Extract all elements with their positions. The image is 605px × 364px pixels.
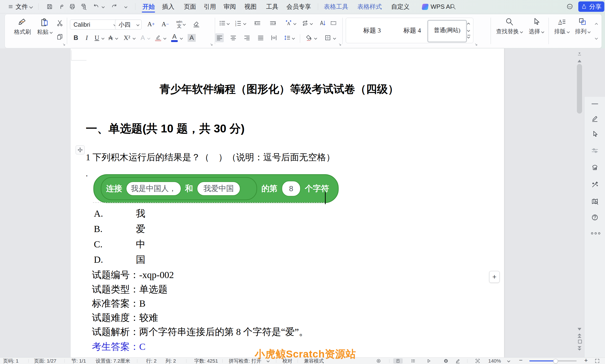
document-title[interactable]: 青少年软件编程（图形化）等级考试试卷（四级）	[160, 82, 399, 97]
export-pdf-icon[interactable]	[58, 3, 65, 10]
superscript-chevron-icon[interactable]	[133, 37, 136, 40]
text-effects-chevron-icon[interactable]	[147, 37, 150, 40]
undo-chevron-icon[interactable]	[102, 5, 105, 8]
status-page-number[interactable]: 页码: 1	[3, 358, 18, 364]
superscript-button[interactable]: X²	[122, 33, 132, 42]
shading-button[interactable]	[305, 33, 313, 42]
tab-wps-ai[interactable]: WPS AI	[431, 0, 452, 13]
numbered-list-button[interactable]	[234, 19, 242, 28]
hamburger-menu-icon[interactable]	[8, 3, 14, 10]
meta-line[interactable]: 试题类型：单选题	[92, 283, 167, 296]
status-column[interactable]: 列: 2	[165, 358, 176, 364]
navigation-map-icon[interactable]	[591, 198, 599, 205]
font-name-combo[interactable]: Calibri	[70, 20, 119, 29]
underline-chevron-icon[interactable]	[101, 37, 104, 40]
wrap-button[interactable]	[301, 19, 309, 28]
previous-page-button[interactable]	[578, 334, 581, 338]
status-word-count[interactable]: 字数: 4251	[194, 358, 218, 364]
document-page[interactable]: 青少年软件编程（图形化）等级考试试卷（四级） 一、单选题(共 10 题，共 30…	[71, 48, 504, 357]
tab-view[interactable]: 视图	[244, 0, 257, 13]
clipboard-dialog-launcher-icon[interactable]	[62, 43, 66, 47]
print-icon[interactable]	[69, 3, 76, 10]
shrink-font-button[interactable]: A−	[159, 20, 171, 28]
style-heading3[interactable]: 标题 3	[356, 18, 388, 43]
zoom-out-button[interactable]: −	[519, 357, 522, 364]
scroll-down-button[interactable]	[578, 328, 581, 330]
highlight-chevron-icon[interactable]	[163, 37, 166, 40]
save-icon[interactable]	[46, 3, 53, 10]
tab-page[interactable]: 页面	[184, 0, 196, 13]
edit-mode-pen-icon[interactable]	[455, 358, 460, 364]
status-page-count[interactable]: 页面: 1/27	[34, 358, 56, 364]
table-move-handle[interactable]	[76, 145, 85, 154]
student-answer-line[interactable]: 考生答案：C	[92, 340, 146, 353]
font-color-chevron-icon[interactable]	[180, 37, 183, 40]
zoom-value[interactable]: 140%	[488, 358, 501, 364]
status-section[interactable]: 节: 1/1	[71, 358, 86, 364]
file-menu-chevron-icon[interactable]	[29, 5, 33, 9]
bold-button[interactable]: B	[72, 33, 80, 42]
borders-chevron-icon[interactable]	[333, 37, 336, 40]
insert-page-button[interactable]: +	[489, 271, 500, 283]
tab-review[interactable]: 审阅	[224, 0, 236, 13]
tab-tools[interactable]: 工具	[266, 0, 278, 13]
select-button[interactable]: 选择	[526, 17, 547, 45]
redo-chevron-icon[interactable]	[124, 5, 127, 8]
numbered-list-chevron-icon[interactable]	[243, 22, 246, 25]
option-row[interactable]: A.我	[94, 207, 145, 220]
distribute-button[interactable]	[270, 33, 278, 42]
search-icon[interactable]	[450, 3, 456, 10]
scroll-up-button[interactable]	[578, 60, 581, 62]
tab-reference[interactable]: 引用	[204, 0, 216, 13]
underline-button[interactable]: U	[93, 33, 100, 42]
style-normal-web-selected[interactable]: 普通(网站)	[427, 20, 467, 42]
strikethrough-chevron-icon[interactable]	[115, 37, 118, 40]
char-shading-button[interactable]: A	[187, 33, 196, 42]
smart-tools-wand-icon[interactable]	[591, 181, 599, 188]
help-icon[interactable]	[591, 214, 599, 221]
pinyin-guide-button[interactable]: wén 文	[174, 20, 187, 28]
align-left-button[interactable]	[215, 33, 224, 42]
web-layout-icon[interactable]	[443, 358, 449, 364]
justify-button[interactable]	[256, 33, 265, 42]
status-line[interactable]: 行: 2	[146, 358, 156, 364]
wrap-chevron-icon[interactable]	[310, 22, 313, 25]
paste-button[interactable]: 粘贴	[35, 17, 55, 45]
paragraph-dialog-launcher-icon[interactable]	[338, 43, 342, 47]
option-row[interactable]: C.中	[94, 238, 145, 251]
file-menu-button[interactable]: 文件	[16, 0, 28, 13]
scrollbar-thumb[interactable]	[577, 64, 582, 114]
stickers-blob-icon[interactable]	[566, 3, 573, 10]
adjust-settings-icon[interactable]	[591, 147, 599, 154]
bullet-list-chevron-icon[interactable]	[227, 22, 230, 25]
sort-button[interactable]	[318, 19, 327, 28]
ribbon-collapse-down-icon[interactable]	[595, 37, 598, 40]
line-spacing-chevron-icon[interactable]	[292, 37, 295, 40]
align-right-button[interactable]	[243, 33, 251, 42]
select-browse-object-button[interactable]	[578, 340, 582, 343]
collapse-ribbon-pin-icon[interactable]	[577, 51, 582, 57]
redo-icon[interactable]	[111, 3, 118, 10]
increase-indent-button[interactable]	[269, 19, 277, 28]
tab-table-style[interactable]: 表格样式	[357, 0, 382, 13]
read-mode-icon[interactable]	[426, 358, 431, 364]
font-dialog-launcher-icon[interactable]	[210, 43, 213, 47]
ribbon-collapse-up-icon[interactable]	[595, 23, 598, 26]
text-direction-button[interactable]	[284, 19, 293, 28]
grow-font-button[interactable]: A+	[145, 20, 157, 28]
share-button[interactable]: 分享	[578, 1, 604, 12]
arrange-button[interactable]: 排列	[572, 17, 593, 45]
line-spacing-button[interactable]	[283, 33, 291, 42]
cut-button[interactable]	[55, 19, 64, 28]
tab-insert[interactable]: 插入	[162, 0, 174, 13]
style-heading4[interactable]: 标题 4	[396, 18, 429, 43]
style-gallery-expand-icon[interactable]	[467, 35, 470, 39]
stray-dot[interactable]: .	[86, 169, 88, 178]
meta-line[interactable]: 试题解析：两个字符串连接后的第 8 个字符是“爱”。	[92, 325, 308, 338]
tab-home[interactable]: 开始	[142, 0, 155, 13]
tab-member[interactable]: 会员专享	[287, 0, 311, 13]
question-text[interactable]: 1 下列积木运行后的结果是？（ ）（说明：逗号后面无空格）	[86, 151, 335, 163]
fit-page-icon[interactable]	[475, 358, 480, 364]
style-scroll-up-icon[interactable]	[467, 23, 470, 26]
copy-button[interactable]	[55, 32, 64, 41]
